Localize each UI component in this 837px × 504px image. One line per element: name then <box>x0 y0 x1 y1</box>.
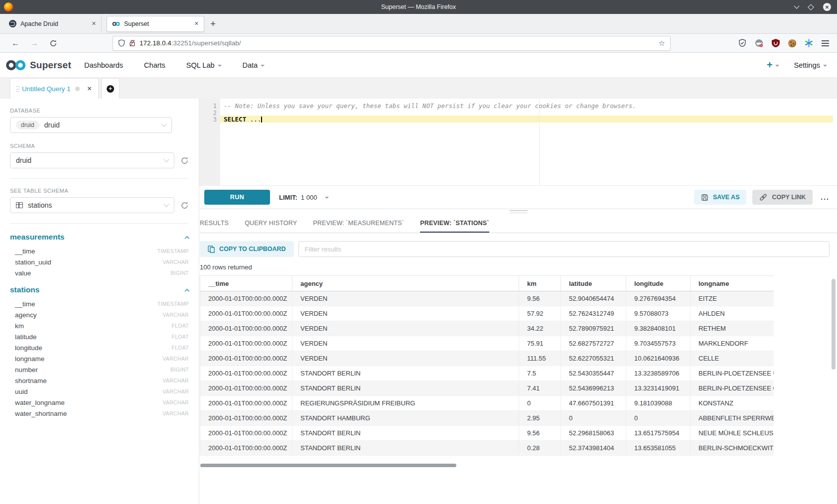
more-options-button[interactable]: ... <box>821 193 830 201</box>
maximize-icon[interactable] <box>808 4 814 10</box>
drag-handle-icon[interactable] <box>16 86 17 87</box>
schema-column-row: agencyVARCHAR <box>10 309 189 320</box>
table-cell: 2000-01-01T00:00:00.000Z <box>200 351 292 366</box>
vertical-scrollbar[interactable] <box>832 279 836 370</box>
nav-item-dashboards[interactable]: Dashboards <box>84 61 123 69</box>
menu-hamburger-icon[interactable] <box>822 43 829 44</box>
plus-circle-icon: + <box>107 85 114 93</box>
horizontal-scrollbar[interactable] <box>200 464 456 467</box>
column-header[interactable]: longname <box>691 276 774 291</box>
tab-preview-measurements[interactable]: PREVIEW: `MEASUREMENTS` <box>313 214 404 233</box>
database-select[interactable]: druid druid <box>10 117 172 133</box>
url-path: :32251/superset/sqllab/ <box>171 39 241 47</box>
tab-results[interactable]: RESULTS <box>200 214 229 233</box>
chevron-down-icon <box>161 121 166 126</box>
table-schema-header[interactable]: stations <box>10 285 189 294</box>
browser-tab-druid[interactable]: Apache Druid ✕ <box>4 16 102 32</box>
column-header[interactable]: longitude <box>626 276 691 291</box>
bookmark-star-icon[interactable]: ☆ <box>659 39 665 48</box>
refresh-tables-icon[interactable] <box>180 201 189 210</box>
pocket-shield-icon[interactable] <box>738 39 746 47</box>
column-header[interactable]: agency <box>292 276 519 291</box>
settings-menu[interactable]: Settings <box>794 61 827 69</box>
save-as-button[interactable]: SAVE AS <box>694 190 747 205</box>
minimize-icon[interactable] <box>794 3 799 8</box>
url-bar[interactable]: 172.18.0.4:32251/superset/sqllab/ ☆ <box>113 36 671 51</box>
column-header[interactable]: km <box>519 276 561 291</box>
close-window-icon[interactable]: ✕ <box>823 3 831 11</box>
filter-results-input[interactable] <box>298 241 830 257</box>
table-cell: 7.41 <box>519 381 561 396</box>
table-cell: 2000-01-01T00:00:00.000Z <box>200 291 292 306</box>
table-cell: STANDORT BERLIN <box>292 426 519 441</box>
limit-dropdown[interactable]: LIMIT: 1 000 <box>279 194 329 201</box>
color-asterisk-icon[interactable] <box>805 39 813 47</box>
nav-item-sql-lab[interactable]: SQL Lab <box>186 61 222 69</box>
table-cell: 2000-01-01T00:00:00.000Z <box>200 411 292 426</box>
tab-close-icon[interactable]: ✕ <box>194 20 199 27</box>
table-cell: 13.3231419091 <box>626 381 691 396</box>
tracking-shield-icon[interactable] <box>118 39 125 47</box>
database-type-tag: druid <box>16 121 39 129</box>
table-select[interactable]: stations <box>10 197 174 213</box>
database-label: DATABASE <box>10 108 189 114</box>
sql-comment: -- Note: Unless you save your query, the… <box>224 102 636 110</box>
insecure-lock-icon[interactable] <box>129 39 136 47</box>
column-type: VARCHAR <box>162 399 189 405</box>
chevron-down-icon <box>325 197 329 199</box>
new-tab-button[interactable]: + <box>210 18 216 29</box>
superset-favicon-icon <box>112 21 120 26</box>
collapse-chevron-icon[interactable] <box>185 236 190 241</box>
table-cell: RETHEM <box>691 321 774 336</box>
column-type: VARCHAR <box>162 259 189 265</box>
table-cell: 52.6827572727 <box>561 336 626 351</box>
cookie-icon[interactable] <box>788 39 796 47</box>
table-cell: 52.2968158063 <box>561 426 626 441</box>
table-cell: 34.22 <box>519 321 561 336</box>
sql-editor[interactable]: 1 2 3 -- Note: Unless you save your quer… <box>199 99 837 185</box>
text-cursor <box>261 117 262 123</box>
table-cell: VERDEN <box>292 321 519 336</box>
tab-close-icon[interactable]: ✕ <box>92 20 96 27</box>
table-cell: 47.6607501391 <box>561 396 626 411</box>
table-row: 2000-01-01T00:00:00.000ZVERDEN75.9152.68… <box>200 336 774 351</box>
pane-resize-handle[interactable] <box>510 210 528 213</box>
nav-item-data[interactable]: Data <box>243 61 265 69</box>
reload-icon[interactable] <box>49 39 57 47</box>
query-tab-active[interactable]: Untitled Query 1 ✕ <box>10 78 99 99</box>
column-type: FLOAT <box>171 334 189 340</box>
tab-preview-stations[interactable]: PREVIEW: `STATIONS` <box>420 214 489 233</box>
superset-brand[interactable]: Superset <box>5 59 71 71</box>
schema-select[interactable]: druid <box>10 152 174 168</box>
table-cell: REGIERUNGSPRÄSIDIUM FREIBURG <box>292 396 519 411</box>
table-row: 2000-01-01T00:00:00.000ZVERDEN34.2252.78… <box>200 321 774 336</box>
table-cell: 52.7890975921 <box>561 321 626 336</box>
browser-tab-superset[interactable]: Superset ✕ <box>107 16 204 32</box>
results-table: __timeagencykmlatitudelongitudelongname2… <box>200 275 774 456</box>
privacy-mask-icon[interactable] <box>755 39 763 47</box>
forward-icon[interactable]: → <box>30 39 38 48</box>
schema-column-row: water_shortnameVARCHAR <box>10 408 189 419</box>
collapse-chevron-icon[interactable] <box>185 288 190 293</box>
table-schema-header[interactable]: measurements <box>10 233 189 242</box>
column-header[interactable]: latitude <box>561 276 626 291</box>
refresh-schemas-icon[interactable] <box>180 156 189 165</box>
clipboard-icon <box>208 246 215 253</box>
copy-to-clipboard-button[interactable]: COPY TO CLIPBOARD <box>200 241 294 257</box>
column-header[interactable]: __time <box>200 276 292 291</box>
new-item-menu[interactable]: + <box>767 59 779 71</box>
back-icon[interactable]: ← <box>11 39 19 48</box>
tab-query-history[interactable]: QUERY HISTORY <box>245 214 297 233</box>
run-button[interactable]: RUN <box>204 190 270 205</box>
column-name: number <box>15 366 38 374</box>
copy-link-button[interactable]: COPY LINK <box>752 190 813 205</box>
nav-item-charts[interactable]: Charts <box>144 61 165 69</box>
add-query-tab-button[interactable]: + <box>102 78 120 99</box>
table-cell: 13.653581055 <box>626 441 691 456</box>
column-type: FLOAT <box>171 323 189 329</box>
table-cell: 0 <box>561 411 626 426</box>
table-row: 2000-01-01T00:00:00.000ZVERDEN9.5652.904… <box>200 291 774 306</box>
close-query-tab-icon[interactable]: ✕ <box>87 85 92 92</box>
window-title: Superset — Mozilla Firefox <box>381 3 456 10</box>
ublock-shield-icon[interactable] <box>772 39 780 47</box>
